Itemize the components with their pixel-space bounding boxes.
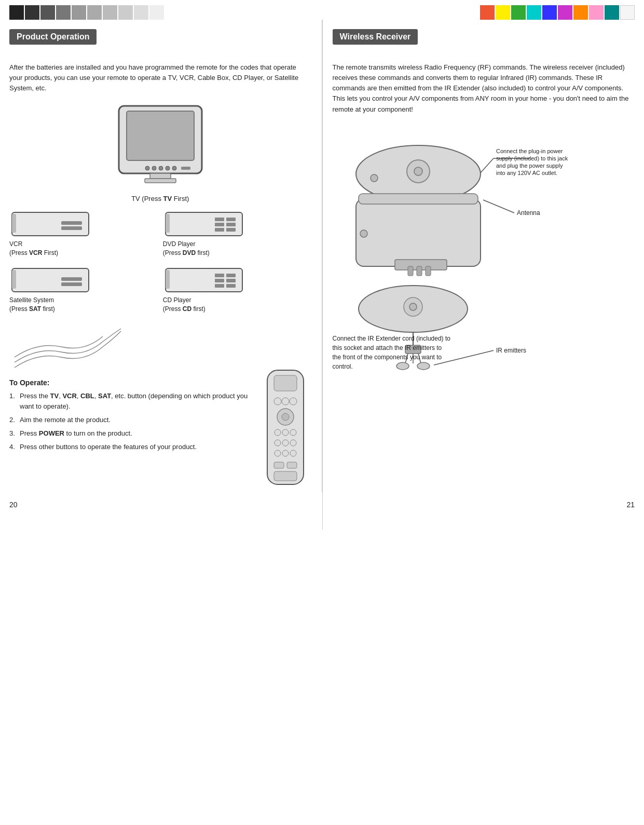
svg-rect-11	[12, 214, 16, 233]
operate-list: 1. Press the TV, VCR, CBL, SAT, etc. but…	[9, 391, 254, 453]
device-sat: Satellite System(Press SAT first)	[9, 266, 158, 314]
color-bar	[72, 5, 86, 20]
operate-remote-wrap: To Operate: 1. Press the TV, VCR, CBL, S…	[9, 321, 311, 492]
svg-rect-33	[226, 284, 236, 288]
svg-rect-16	[215, 218, 224, 221]
svg-rect-50	[274, 462, 284, 468]
svg-rect-1	[127, 111, 194, 160]
svg-rect-31	[226, 279, 236, 282]
page-number-left: 20	[9, 501, 18, 509]
svg-rect-3	[145, 179, 176, 183]
svg-point-62	[371, 174, 378, 182]
svg-rect-20	[215, 228, 224, 232]
color-bar	[9, 5, 24, 20]
svg-rect-27	[166, 270, 170, 289]
svg-point-46	[290, 440, 296, 446]
right-column: Wireless Receiver The remote transmits w…	[322, 20, 635, 492]
color-bar-red	[480, 5, 495, 20]
svg-rect-25	[61, 282, 82, 286]
sat-caption: Satellite System(Press SAT first)	[9, 296, 55, 314]
color-bar-cyan	[527, 5, 541, 20]
color-bar-pink	[589, 5, 604, 20]
color-bar-teal	[605, 5, 619, 20]
svg-rect-69	[408, 266, 413, 276]
svg-text:IR emitters: IR emitters	[496, 347, 526, 354]
svg-point-37	[282, 398, 289, 405]
operate-item-4: 4. Press other buttons to operate the fe…	[9, 442, 254, 452]
svg-point-4	[145, 166, 149, 170]
vcr-caption: VCR(Press VCR First)	[9, 240, 58, 258]
left-body-text: After the batteries are installed and yo…	[9, 62, 311, 93]
color-bar-green	[511, 5, 526, 20]
svg-rect-9	[181, 167, 190, 170]
wireless-receiver-diagram: Connect the plug-in power supply (includ…	[333, 122, 635, 371]
remote-svg	[259, 368, 311, 487]
svg-rect-28	[215, 274, 224, 277]
color-bar	[149, 5, 164, 20]
svg-rect-12	[61, 221, 82, 225]
right-section-title: Wireless Receiver	[333, 29, 418, 45]
dvd-diagram	[163, 210, 246, 240]
svg-point-47	[275, 450, 281, 456]
page-divider	[322, 20, 323, 530]
svg-point-7	[166, 166, 170, 170]
svg-point-44	[275, 440, 281, 446]
svg-point-43	[290, 429, 296, 436]
color-bar-yellow	[496, 5, 510, 20]
svg-point-40	[282, 413, 289, 421]
svg-rect-30	[215, 279, 224, 282]
svg-point-42	[282, 429, 289, 436]
tv-illustration-wrap: TV (Press TV First)	[9, 101, 311, 202]
device-cd: CD Player(Press CD first)	[163, 266, 311, 314]
color-bars-left	[9, 5, 164, 20]
svg-point-36	[274, 398, 281, 405]
color-bar	[56, 5, 71, 20]
svg-point-67	[360, 230, 367, 237]
wave-lines-diagram	[9, 326, 124, 373]
left-section-title: Product Operation	[9, 29, 97, 45]
list-num: 2.	[9, 415, 15, 425]
svg-rect-18	[215, 223, 224, 226]
color-bar	[87, 5, 102, 20]
svg-rect-15	[166, 214, 170, 233]
svg-rect-2	[150, 173, 171, 179]
svg-point-6	[159, 166, 163, 170]
svg-text:Antenna: Antenna	[517, 209, 540, 217]
device-dvd: DVD Player(Press DVD first)	[163, 210, 311, 258]
svg-rect-65	[356, 199, 481, 266]
svg-rect-29	[226, 274, 236, 277]
svg-text:and plug the power supply: and plug the power supply	[496, 163, 563, 169]
svg-rect-23	[12, 270, 16, 289]
svg-rect-24	[61, 277, 82, 281]
svg-point-48	[282, 450, 289, 456]
tv-diagram	[108, 101, 212, 192]
svg-rect-32	[215, 284, 224, 288]
svg-text:Connect the plug-in power: Connect the plug-in power	[496, 148, 563, 154]
color-bar	[118, 5, 133, 20]
svg-rect-70	[417, 266, 422, 276]
svg-rect-21	[226, 228, 236, 232]
cd-diagram	[163, 266, 246, 296]
color-bars-right	[480, 5, 635, 20]
color-bar	[134, 5, 148, 20]
operate-item-2: 2. Aim the remote at the product.	[9, 415, 254, 425]
svg-rect-13	[61, 226, 82, 230]
device-vcr: VCR(Press VCR First)	[9, 210, 158, 258]
operate-section: To Operate: 1. Press the TV, VCR, CBL, S…	[9, 326, 254, 456]
left-column: Product Operation After the batteries ar…	[9, 20, 322, 492]
operate-item-1: 1. Press the TV, VCR, CBL, SAT, etc. but…	[9, 391, 254, 412]
tv-caption: TV (Press TV First)	[131, 195, 189, 202]
vcr-diagram	[9, 210, 92, 240]
svg-point-5	[152, 166, 156, 170]
svg-point-38	[290, 398, 297, 405]
svg-rect-35	[274, 375, 297, 391]
color-bar-magenta	[558, 5, 572, 20]
svg-point-49	[290, 450, 296, 456]
svg-point-74	[409, 303, 417, 310]
svg-rect-52	[274, 471, 297, 481]
color-bar	[103, 5, 117, 20]
svg-rect-51	[287, 462, 297, 468]
color-bar	[25, 5, 39, 20]
cd-caption: CD Player(Press CD first)	[163, 296, 205, 314]
operate-item-3: 3. Press POWER to turn on the product.	[9, 428, 254, 439]
